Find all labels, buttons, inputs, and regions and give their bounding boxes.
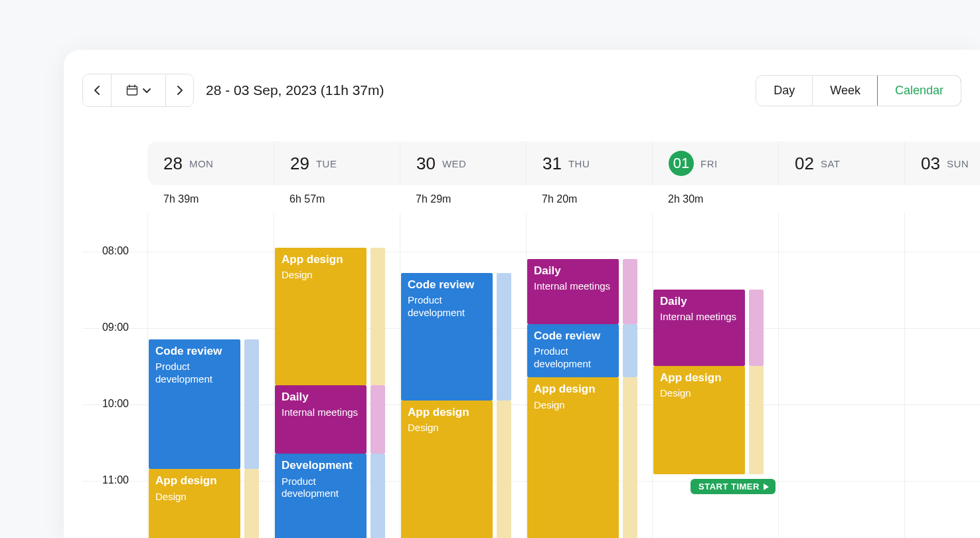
day-number: 29 xyxy=(290,153,309,174)
event-track-bar xyxy=(623,377,637,538)
day-header[interactable]: 01FRI xyxy=(652,141,778,185)
calendar-event[interactable]: Code reviewProduct development xyxy=(401,273,493,401)
event-track-bar xyxy=(497,401,511,538)
day-of-week: WED xyxy=(442,158,467,169)
calendar-event[interactable]: App designDesign xyxy=(149,469,240,538)
event-project: Product development xyxy=(282,476,360,501)
day-number: 03 xyxy=(921,153,940,174)
start-timer-label: START TIMER xyxy=(698,482,760,492)
hour-label: 11:00 xyxy=(82,474,129,486)
day-column xyxy=(778,213,904,538)
calendar-event[interactable]: App designDesign xyxy=(653,366,745,474)
day-number: 31 xyxy=(542,153,562,174)
view-day-button[interactable]: Day xyxy=(756,76,812,106)
day-number: 02 xyxy=(795,153,814,174)
calendar-grid: 28MON29TUE30WED31THU01FRI02SAT03SUN 7h 3… xyxy=(82,141,980,538)
event-project: Product development xyxy=(408,294,486,319)
day-header[interactable]: 02SAT xyxy=(778,141,904,185)
calendar-event[interactable]: Code reviewProduct development xyxy=(149,339,240,470)
calendar-event[interactable]: Code reviewProduct development xyxy=(527,324,619,378)
event-track-bar xyxy=(370,385,385,454)
event-title: Code review xyxy=(155,345,234,358)
time-grid: 08:0009:0010:0011:00Code reviewProduct d… xyxy=(147,213,980,538)
day-column xyxy=(904,213,980,538)
date-picker-button[interactable] xyxy=(111,74,165,106)
day-total: 2h 30m xyxy=(652,185,778,213)
svg-rect-0 xyxy=(127,86,137,95)
day-header[interactable]: 31THU xyxy=(526,141,652,185)
day-total: 7h 20m xyxy=(526,185,652,213)
event-track-bar xyxy=(497,273,511,401)
event-project: Design xyxy=(660,387,738,400)
event-track-bar xyxy=(749,290,764,366)
date-nav-group xyxy=(82,74,194,107)
start-timer-button[interactable]: START TIMER xyxy=(691,479,776,494)
event-title: Code review xyxy=(534,329,612,343)
event-project: Design xyxy=(282,269,360,282)
calendar-event[interactable]: App designDesign xyxy=(401,401,493,538)
date-range-title: 28 - 03 Sep, 2023 (11h 37m) xyxy=(206,82,384,98)
calendar-app: 28 - 03 Sep, 2023 (11h 37m) Day Week Cal… xyxy=(64,50,980,538)
day-header[interactable]: 03SUN xyxy=(904,141,980,185)
event-title: App design xyxy=(408,406,486,419)
event-track-bar xyxy=(244,469,259,538)
hour-label: 09:00 xyxy=(82,321,129,333)
event-project: Product development xyxy=(155,361,234,386)
today-badge: 01 xyxy=(669,151,694,176)
view-calendar-button[interactable]: Calendar xyxy=(877,75,961,106)
event-project: Design xyxy=(408,422,486,434)
hour-label: 10:00 xyxy=(82,398,129,410)
event-title: Code review xyxy=(408,278,486,292)
event-track-bar xyxy=(749,366,764,474)
day-of-week: SAT xyxy=(821,158,841,169)
calendar-event[interactable]: DevelopmentProduct development xyxy=(275,454,367,538)
calendar-event[interactable]: App designDesign xyxy=(275,248,367,385)
day-number: 30 xyxy=(416,153,436,174)
day-of-week: MON xyxy=(189,158,214,169)
calendar-event[interactable]: App designDesign xyxy=(527,377,619,538)
day-headers-row: 28MON29TUE30WED31THU01FRI02SAT03SUN xyxy=(147,141,980,185)
event-project: Internal meetings xyxy=(534,280,612,293)
calendar-event[interactable]: DailyInternal meetings xyxy=(653,290,745,366)
event-title: App design xyxy=(282,253,360,266)
event-project: Product development xyxy=(534,345,612,371)
view-switcher: Day Week Calendar xyxy=(756,75,961,106)
event-project: Design xyxy=(155,491,234,503)
event-track-bar xyxy=(244,339,259,470)
day-column: Code reviewProduct developmentApp design… xyxy=(400,213,526,538)
event-track-bar xyxy=(370,454,385,538)
event-track-bar xyxy=(370,248,385,385)
chevron-right-icon xyxy=(177,85,183,96)
event-project: Internal meetings xyxy=(282,406,360,419)
calendar-icon xyxy=(126,84,138,96)
prev-button[interactable] xyxy=(83,74,111,106)
day-of-week: FRI xyxy=(700,158,718,169)
event-title: App design xyxy=(155,474,234,488)
hour-label: 08:00 xyxy=(82,245,129,257)
event-title: App design xyxy=(660,371,738,385)
event-title: Development xyxy=(282,459,360,472)
calendar-event[interactable]: DailyInternal meetings xyxy=(527,259,619,324)
view-week-button[interactable]: Week xyxy=(812,76,878,106)
chevron-down-icon xyxy=(142,88,151,93)
day-of-week: TUE xyxy=(316,158,337,169)
event-title: Daily xyxy=(660,295,738,308)
day-totals-row: 7h 39m6h 57m7h 29m7h 20m2h 30m xyxy=(147,185,980,213)
day-header[interactable]: 30WED xyxy=(400,141,526,185)
day-total: 7h 39m xyxy=(147,185,274,213)
day-of-week: SUN xyxy=(947,158,969,169)
day-header[interactable]: 29TUE xyxy=(274,141,400,185)
day-column: App designDesignDailyInternal meetingsDe… xyxy=(274,213,400,538)
event-project: Design xyxy=(534,399,612,412)
day-header[interactable]: 28MON xyxy=(147,141,274,185)
event-title: App design xyxy=(534,383,612,396)
toolbar: 28 - 03 Sep, 2023 (11h 37m) Day Week Cal… xyxy=(82,74,980,107)
day-total: 7h 29m xyxy=(400,185,526,213)
event-project: Internal meetings xyxy=(660,311,738,323)
calendar-event[interactable]: DailyInternal meetings xyxy=(275,385,367,454)
day-column: DailyInternal meetingsCode reviewProduct… xyxy=(526,213,652,538)
play-icon xyxy=(764,484,769,490)
day-column: Code reviewProduct developmentApp design… xyxy=(147,213,274,538)
day-total xyxy=(778,185,904,213)
next-button[interactable] xyxy=(165,74,193,106)
